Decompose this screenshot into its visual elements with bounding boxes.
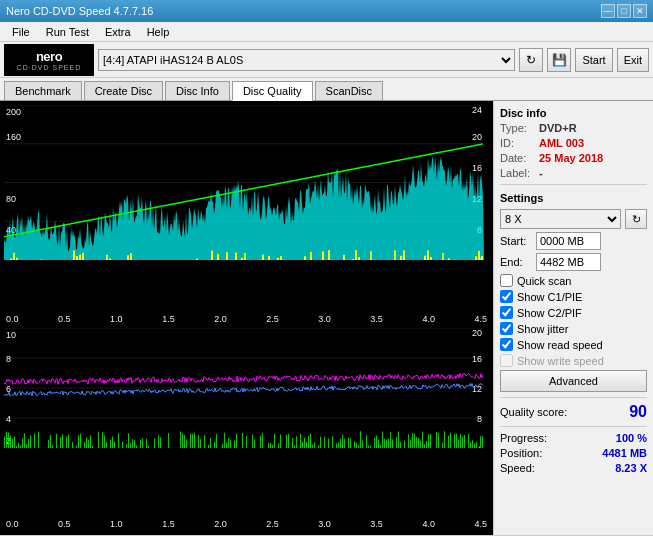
divider-3 — [500, 426, 647, 427]
position-row: Position: 4481 MB — [500, 447, 647, 459]
end-label: End: — [500, 256, 532, 268]
disc-id-label: ID: — [500, 137, 535, 149]
speed-refresh-button[interactable]: ↻ — [625, 209, 647, 229]
quick-scan-label: Quick scan — [517, 275, 571, 287]
menu-extra[interactable]: Extra — [97, 24, 139, 40]
disc-label-label: Label: — [500, 167, 535, 179]
start-label: Start: — [500, 235, 532, 247]
progress-row: Progress: 100 % — [500, 432, 647, 444]
disc-info-title: Disc info — [500, 107, 647, 119]
c2pif-checkbox[interactable] — [500, 306, 513, 319]
speed-label-2: Speed: — [500, 462, 535, 474]
disc-id-row: ID: AML 003 — [500, 137, 647, 149]
jitter-checkbox[interactable] — [500, 322, 513, 335]
disc-label-row: Label: - — [500, 167, 647, 179]
right-panel: Disc info Type: DVD+R ID: AML 003 Date: … — [493, 101, 653, 535]
main-content: 0.0 0.5 1.0 1.5 2.0 2.5 3.0 3.5 4.0 4.5 … — [0, 101, 653, 535]
start-input[interactable] — [536, 232, 601, 250]
tab-create-disc[interactable]: Create Disc — [84, 81, 163, 100]
app-logo: nero CD·DVD SPEED — [4, 44, 94, 76]
logo-subtext: CD·DVD SPEED — [17, 64, 82, 71]
divider-2 — [500, 397, 647, 398]
drive-select[interactable]: [4:4] ATAPI iHAS124 B AL0S — [98, 49, 515, 71]
speed-row: 8 X ↻ — [500, 209, 647, 229]
chart-area: 0.0 0.5 1.0 1.5 2.0 2.5 3.0 3.5 4.0 4.5 … — [0, 101, 493, 535]
write-speed-row: Show write speed — [500, 354, 647, 367]
toolbar: nero CD·DVD SPEED [4:4] ATAPI iHAS124 B … — [0, 42, 653, 78]
c2pif-row: Show C2/PIF — [500, 306, 647, 319]
speed-row-2: Speed: 8.23 X — [500, 462, 647, 474]
save-button[interactable]: 💾 — [547, 48, 571, 72]
read-speed-label: Show read speed — [517, 339, 603, 351]
position-value: 4481 MB — [602, 447, 647, 459]
disc-date-label: Date: — [500, 152, 535, 164]
jitter-label: Show jitter — [517, 323, 568, 335]
read-speed-row: Show read speed — [500, 338, 647, 351]
minimize-button[interactable]: — — [601, 4, 615, 18]
quality-score: 90 — [629, 403, 647, 421]
tab-benchmark[interactable]: Benchmark — [4, 81, 82, 100]
c2pif-label: Show C2/PIF — [517, 307, 582, 319]
menu-help[interactable]: Help — [139, 24, 178, 40]
write-speed-checkbox[interactable] — [500, 354, 513, 367]
tab-disc-quality[interactable]: Disc Quality — [232, 81, 313, 101]
logo-text: nero — [36, 49, 62, 64]
menu-file[interactable]: File — [4, 24, 38, 40]
tab-bar: Benchmark Create Disc Disc Info Disc Qua… — [0, 78, 653, 101]
disc-type-value: DVD+R — [539, 122, 577, 134]
write-speed-label: Show write speed — [517, 355, 604, 367]
end-mb-row: End: — [500, 253, 647, 271]
start-mb-row: Start: — [500, 232, 647, 250]
tab-scan-disc[interactable]: ScanDisc — [315, 81, 383, 100]
quality-row: Quality score: 90 — [500, 403, 647, 421]
progress-value: 100 % — [616, 432, 647, 444]
disc-type-row: Type: DVD+R — [500, 122, 647, 134]
tab-disc-info[interactable]: Disc Info — [165, 81, 230, 100]
c1pie-label: Show C1/PIE — [517, 291, 582, 303]
end-input[interactable] — [536, 253, 601, 271]
refresh-button[interactable]: ↻ — [519, 48, 543, 72]
maximize-button[interactable]: □ — [617, 4, 631, 18]
exit-button[interactable]: Exit — [617, 48, 649, 72]
position-label: Position: — [500, 447, 542, 459]
start-button[interactable]: Start — [575, 48, 612, 72]
disc-date-row: Date: 25 May 2018 — [500, 152, 647, 164]
menu-run-test[interactable]: Run Test — [38, 24, 97, 40]
speed-select[interactable]: 8 X — [500, 209, 621, 229]
settings-title: Settings — [500, 192, 647, 204]
quick-scan-checkbox[interactable] — [500, 274, 513, 287]
quality-label: Quality score: — [500, 406, 567, 418]
disc-date-value: 25 May 2018 — [539, 152, 603, 164]
read-speed-checkbox[interactable] — [500, 338, 513, 351]
menu-bar: File Run Test Extra Help — [0, 22, 653, 42]
disc-type-label: Type: — [500, 122, 535, 134]
window-title: Nero CD-DVD Speed 4.7.7.16 — [6, 5, 599, 17]
disc-id-value: AML 003 — [539, 137, 584, 149]
divider-1 — [500, 184, 647, 185]
disc-label-value: - — [539, 167, 543, 179]
advanced-button[interactable]: Advanced — [500, 370, 647, 392]
jitter-row: Show jitter — [500, 322, 647, 335]
speed-value-2: 8.23 X — [615, 462, 647, 474]
progress-label: Progress: — [500, 432, 547, 444]
c1pie-row: Show C1/PIE — [500, 290, 647, 303]
close-button[interactable]: ✕ — [633, 4, 647, 18]
quick-scan-row: Quick scan — [500, 274, 647, 287]
c1pie-checkbox[interactable] — [500, 290, 513, 303]
title-bar: Nero CD-DVD Speed 4.7.7.16 — □ ✕ — [0, 0, 653, 22]
